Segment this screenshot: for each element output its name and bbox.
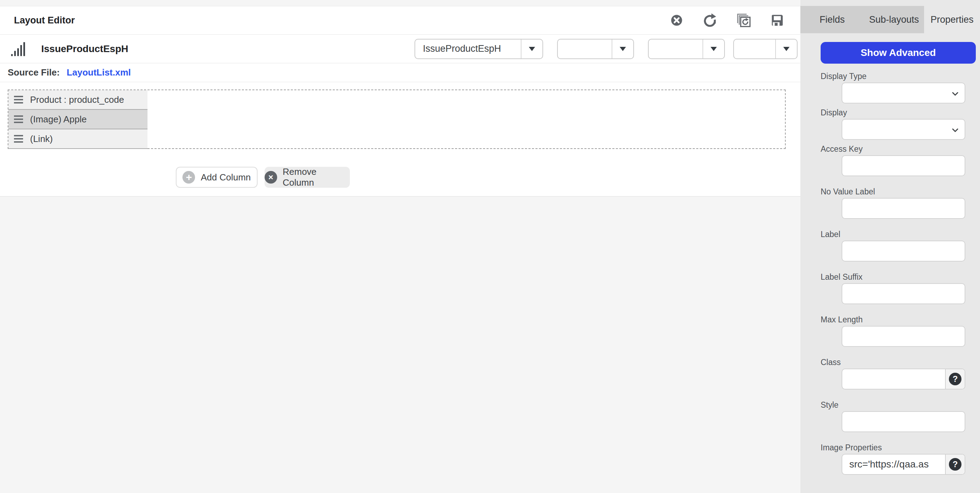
field-label: Image Properties bbox=[821, 444, 976, 452]
layout-selectors: IssueProductEspH bbox=[415, 39, 797, 59]
caret-down-icon bbox=[711, 47, 717, 51]
selector-4[interactable] bbox=[733, 39, 797, 59]
remove-column-label: Remove Column bbox=[283, 166, 350, 188]
field-label-field: Label bbox=[821, 230, 976, 262]
chevron-down-icon bbox=[952, 128, 958, 132]
field-style: Style bbox=[821, 401, 976, 432]
drag-handle-icon[interactable] bbox=[14, 115, 23, 123]
field-item-product-code[interactable]: Product : product_code bbox=[8, 90, 148, 110]
no-value-label-input[interactable] bbox=[842, 199, 965, 218]
field-label: Access Key bbox=[821, 145, 976, 153]
field-item-label: (Image) Apple bbox=[30, 114, 87, 125]
caret-down-icon bbox=[529, 47, 535, 51]
label-input[interactable] bbox=[842, 241, 965, 261]
selector-2-arrow[interactable] bbox=[612, 40, 633, 58]
caret-down-icon bbox=[620, 47, 626, 51]
drag-handle-icon[interactable] bbox=[14, 135, 23, 143]
selector-4-value bbox=[734, 40, 775, 58]
label-suffix-input[interactable] bbox=[842, 284, 965, 303]
field-item-label: (Link) bbox=[30, 134, 53, 144]
add-column-label: Add Column bbox=[200, 172, 251, 183]
field-label: No Value Label bbox=[821, 187, 976, 196]
bar-chart-icon bbox=[11, 41, 27, 57]
page-title: Layout Editor bbox=[14, 15, 75, 26]
field-item-image-apple[interactable]: (Image) Apple bbox=[8, 110, 148, 129]
toolbar bbox=[669, 13, 785, 28]
image-properties-help-button[interactable]: ? bbox=[945, 455, 965, 474]
tab-fields[interactable]: Fields bbox=[800, 6, 864, 33]
selector-3-value bbox=[649, 40, 703, 58]
access-key-input[interactable] bbox=[842, 156, 965, 176]
field-label: Display bbox=[821, 108, 976, 117]
chevron-down-icon bbox=[952, 92, 958, 96]
plus-circle-icon: + bbox=[183, 171, 195, 183]
field-label: Label Suffix bbox=[821, 273, 976, 281]
drag-handle-icon[interactable] bbox=[14, 96, 23, 104]
max-length-input[interactable] bbox=[842, 327, 965, 346]
layout-canvas: Product : product_code (Image) Apple (Li… bbox=[0, 82, 800, 196]
source-file-row: Source File: LayoutList.xml bbox=[0, 63, 800, 82]
field-display-type: Display Type bbox=[821, 72, 976, 104]
field-label: Label bbox=[821, 230, 976, 238]
add-column-button[interactable]: + Add Column bbox=[176, 167, 258, 188]
caret-down-icon bbox=[783, 47, 789, 51]
field-item-label: Product : product_code bbox=[30, 94, 124, 105]
class-help-button[interactable]: ? bbox=[945, 369, 965, 389]
tab-sub-layouts[interactable]: Sub-layouts bbox=[864, 6, 924, 33]
column-actions: + Add Column × Remove Column bbox=[176, 167, 350, 188]
help-icon: ? bbox=[949, 458, 961, 471]
layout-select-value: IssueProductEspH bbox=[415, 40, 521, 58]
column-dropzone: Product : product_code (Image) Apple (Li… bbox=[8, 89, 786, 149]
redo-icon[interactable] bbox=[703, 13, 718, 28]
field-class: Class ? bbox=[821, 358, 976, 389]
help-icon: ? bbox=[949, 373, 961, 385]
panel-body: Show Advanced Display Type Display Acces… bbox=[800, 33, 980, 475]
field-item-link[interactable]: (Link) bbox=[8, 129, 148, 149]
selector-3-arrow[interactable] bbox=[703, 40, 724, 58]
display-select[interactable] bbox=[842, 119, 965, 140]
layout-select[interactable]: IssueProductEspH bbox=[415, 39, 543, 59]
field-max-length: Max Length bbox=[821, 315, 976, 347]
field-label: Max Length bbox=[821, 315, 976, 324]
properties-panel: Fields Sub-layouts Properties Show Advan… bbox=[800, 0, 980, 493]
style-input[interactable] bbox=[842, 412, 965, 431]
column-field-list: Product : product_code (Image) Apple (Li… bbox=[8, 90, 148, 149]
field-label-suffix: Label Suffix bbox=[821, 273, 976, 304]
field-image-properties: Image Properties ? bbox=[821, 444, 976, 475]
display-type-select[interactable] bbox=[842, 83, 965, 104]
field-no-value-label: No Value Label bbox=[821, 187, 976, 219]
x-circle-icon: × bbox=[264, 171, 277, 183]
refresh-layouts-icon[interactable] bbox=[736, 13, 751, 28]
panel-tabbar: Fields Sub-layouts Properties bbox=[800, 6, 980, 33]
field-label: Display Type bbox=[821, 72, 976, 80]
selector-3[interactable] bbox=[648, 39, 725, 59]
selector-4-arrow[interactable] bbox=[775, 40, 797, 58]
selector-2-value bbox=[558, 40, 612, 58]
class-input[interactable] bbox=[842, 369, 945, 389]
main-column: Layout Editor bbox=[0, 6, 800, 196]
show-advanced-button[interactable]: Show Advanced bbox=[821, 42, 976, 64]
close-icon[interactable] bbox=[669, 13, 684, 28]
title-bar: Layout Editor bbox=[0, 6, 800, 35]
save-icon[interactable] bbox=[770, 13, 785, 28]
remove-column-button[interactable]: × Remove Column bbox=[264, 167, 350, 188]
field-label: Class bbox=[821, 358, 976, 367]
selector-2[interactable] bbox=[557, 39, 634, 59]
source-file-link[interactable]: LayoutList.xml bbox=[67, 67, 131, 78]
layout-header-row: IssueProductEspH IssueProductEspH bbox=[0, 35, 800, 63]
field-display: Display bbox=[821, 108, 976, 140]
source-file-label: Source File: bbox=[8, 67, 60, 78]
field-access-key: Access Key bbox=[821, 145, 976, 176]
image-properties-input[interactable] bbox=[842, 455, 945, 474]
tab-properties[interactable]: Properties bbox=[924, 6, 980, 33]
layout-name: IssueProductEspH bbox=[41, 43, 128, 54]
field-label: Style bbox=[821, 401, 976, 409]
layout-select-arrow[interactable] bbox=[521, 40, 542, 58]
